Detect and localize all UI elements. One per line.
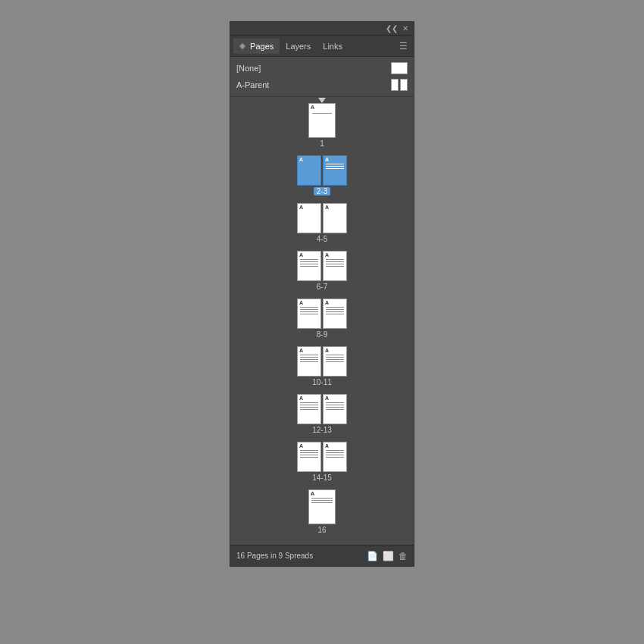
- page-13-thumb[interactable]: A: [323, 394, 347, 424]
- page-15-lines: [326, 450, 344, 459]
- page-10-lines: [300, 355, 318, 364]
- panel-footer: 16 Pages in 9 Spreads 📄 ⬜ 🗑: [230, 545, 414, 566]
- tab-layers[interactable]: Layers: [280, 39, 317, 54]
- page-10-thumb[interactable]: A: [297, 346, 321, 377]
- master-a-parent-label: A-Parent: [236, 80, 269, 89]
- page-16-thumb[interactable]: A: [308, 489, 336, 524]
- page-5-thumb[interactable]: A: [323, 203, 347, 233]
- page-4-a-mark: A: [299, 205, 303, 210]
- panel-menu-button[interactable]: ☰: [396, 39, 411, 53]
- new-spread-icon[interactable]: 📄: [367, 551, 378, 561]
- page-16-a-mark: A: [311, 491, 314, 496]
- master-a-parent-right: [400, 79, 408, 91]
- tab-pages[interactable]: Pages: [233, 39, 280, 54]
- page-12-lines: [300, 402, 318, 411]
- page-1-lines: [312, 113, 332, 115]
- page-14-thumb[interactable]: A: [297, 442, 321, 472]
- page-8-a-mark: A: [299, 300, 303, 305]
- spread-4-5-pages: A A: [297, 203, 347, 233]
- spread-2-3-pages: A A: [297, 155, 347, 186]
- page-8-thumb[interactable]: A: [297, 299, 321, 329]
- page-3-thumb[interactable]: A: [323, 155, 347, 186]
- page-2-thumb[interactable]: A: [297, 155, 321, 186]
- page-7-thumb[interactable]: A: [323, 251, 347, 281]
- panel-titlebar: ❮❮ ✕: [230, 22, 414, 36]
- spread-6-7-pages: A A: [297, 251, 347, 281]
- spread-1: A 1: [308, 103, 336, 148]
- spread-14-15: A A 14-15: [297, 442, 347, 482]
- master-none-thumb[interactable]: [391, 62, 408, 74]
- page-13-lines: [326, 402, 344, 411]
- page-6-lines: [300, 259, 318, 268]
- master-row-a-parent: A-Parent: [236, 77, 408, 93]
- page-4-thumb[interactable]: A: [297, 203, 321, 233]
- page-6-thumb[interactable]: A: [297, 251, 321, 281]
- panel-tabs: Pages Layers Links ☰: [230, 36, 414, 57]
- spread-12-13-label: 12-13: [312, 426, 332, 434]
- page-3-lines: [326, 164, 344, 170]
- page-7-a-mark: A: [325, 252, 329, 258]
- master-a-parent-thumb[interactable]: [391, 79, 408, 91]
- page-13-a-mark: A: [325, 395, 329, 401]
- page-11-lines: [326, 355, 344, 364]
- page-16-lines: [311, 498, 333, 505]
- spread-16: A 16: [308, 489, 336, 534]
- spread-1-label: 1: [320, 139, 324, 148]
- spread-12-13: A A 12-13: [297, 394, 347, 434]
- page-3-a-mark: A: [325, 157, 329, 162]
- page-7-lines: [326, 259, 344, 268]
- spread-8-9: A A 8-9: [297, 299, 347, 339]
- new-master-icon[interactable]: ⬜: [383, 551, 394, 561]
- spread-2-3: A A 2-3: [297, 155, 347, 195]
- spread-8-9-label: 8-9: [317, 330, 327, 339]
- delete-icon[interactable]: 🗑: [399, 551, 408, 561]
- pages-panel: ❮❮ ✕ Pages Layers Links ☰ [None] A-Paren…: [230, 21, 414, 567]
- spread-10-11: A A 10-11: [297, 346, 347, 386]
- spread-8-9-pages: A A: [297, 299, 347, 329]
- page-9-thumb[interactable]: A: [323, 299, 347, 329]
- page-8-lines: [300, 307, 318, 316]
- page-14-a-mark: A: [299, 443, 303, 449]
- spread-1-pages: A: [308, 103, 336, 138]
- master-a-parent-left: [391, 79, 399, 91]
- pages-scroll-area: A 1 A A: [230, 97, 414, 545]
- page-6-a-mark: A: [299, 252, 303, 258]
- page-10-a-mark: A: [299, 348, 303, 353]
- page-1-thumb[interactable]: A: [308, 103, 336, 138]
- footer-page-count: 16 Pages in 9 Spreads: [236, 552, 313, 560]
- page-12-thumb[interactable]: A: [297, 394, 321, 424]
- spread-10-11-pages: A A: [297, 346, 347, 377]
- master-row-none: [None]: [236, 60, 408, 77]
- masters-section: [None] A-Parent: [230, 57, 414, 97]
- page-2-a-mark: A: [299, 157, 303, 162]
- page-11-a-mark: A: [325, 348, 329, 353]
- tab-links[interactable]: Links: [317, 39, 349, 54]
- spread-12-13-pages: A A: [297, 394, 347, 424]
- current-page-indicator: [318, 98, 326, 103]
- page-9-lines: [326, 307, 344, 316]
- spread-6-7-label: 6-7: [317, 283, 327, 291]
- page-14-lines: [300, 450, 318, 459]
- page-12-a-mark: A: [299, 395, 303, 401]
- page-15-a-mark: A: [325, 443, 329, 449]
- page-5-a-mark: A: [325, 205, 329, 210]
- page-1-a-mark: A: [311, 105, 314, 110]
- spread-4-5-label: 4-5: [317, 235, 327, 243]
- close-button[interactable]: ✕: [400, 24, 411, 33]
- spread-6-7: A A 6-7: [297, 251, 347, 291]
- master-none-label: [None]: [236, 64, 261, 73]
- collapse-button[interactable]: ❮❮: [383, 24, 400, 33]
- spread-14-15-pages: A A: [297, 442, 347, 472]
- svg-marker-0: [239, 43, 245, 49]
- footer-icons: 📄 ⬜ 🗑: [367, 551, 408, 561]
- spread-2-3-label: 2-3: [314, 187, 330, 195]
- spread-16-label: 16: [317, 526, 326, 534]
- page-15-thumb[interactable]: A: [323, 442, 347, 472]
- page-11-thumb[interactable]: A: [323, 346, 347, 377]
- spread-10-11-label: 10-11: [312, 378, 332, 386]
- pages-diamond-icon: [239, 43, 245, 49]
- spread-4-5: A A 4-5: [297, 203, 347, 243]
- spread-16-pages: A: [308, 489, 336, 524]
- spread-14-15-label: 14-15: [312, 474, 332, 482]
- page-9-a-mark: A: [325, 300, 329, 305]
